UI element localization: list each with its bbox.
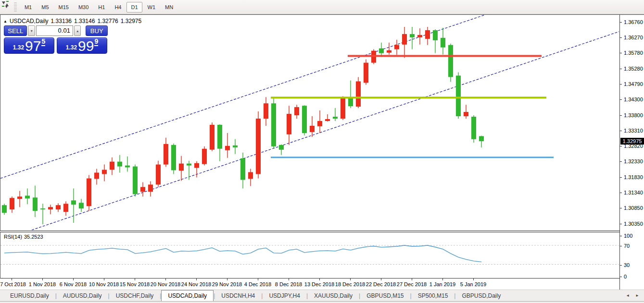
price-axis-tick (620, 161, 622, 162)
price-axis-tick (620, 146, 622, 146)
timeframe-toolbar: ▼ M1M5M15M30H1H4D1W1MN (0, 0, 644, 14)
chart-tab-gbpusd[interactable]: GBPUSD,M15 (360, 291, 410, 301)
volume-input[interactable]: 0.01 (36, 25, 73, 36)
chart-tab-usdcad[interactable]: USDCAD,Daily (161, 290, 214, 302)
date-axis-label: 13 Dec 2018 (304, 281, 334, 287)
candle-body (2, 205, 7, 213)
chart-periods-icon-glyph (0, 0, 11, 8)
chart-tab-sp500[interactable]: SP500,M15 (412, 291, 455, 301)
rsi-axis-label: 30 (624, 262, 630, 268)
tab-scroll-left-icon[interactable]: ◄ (626, 293, 630, 298)
candle-body (441, 38, 445, 48)
candle-body (56, 205, 61, 209)
price-axis-label: 1.31830 (624, 174, 643, 180)
chart-tab-gbpusd[interactable]: GBPUSD,Daily (455, 291, 507, 301)
volume-increase-button[interactable]: ▲ (74, 25, 81, 36)
chart-open-value: 1.33136 (51, 18, 72, 24)
candle-body (279, 145, 284, 150)
candle-body (294, 107, 299, 115)
date-axis-tick (381, 279, 381, 280)
sell-button[interactable]: SELL (4, 25, 27, 36)
price-axis-tick (620, 53, 622, 53)
candle-body (40, 208, 45, 209)
candle-body (410, 34, 415, 37)
timeframe-button-m5[interactable]: M5 (37, 2, 53, 12)
chart-tab-audusd[interactable]: AUDUSD,Daily (57, 291, 108, 301)
date-axis-label: 22 Dec 2018 (366, 281, 396, 287)
candle-body (17, 196, 22, 199)
timeframe-button-h1[interactable]: H1 (94, 2, 109, 12)
candle-body (256, 119, 261, 174)
candle-body (187, 164, 191, 166)
rsi-indicator-pane[interactable]: RSI(14) 35.2523 (0, 232, 619, 279)
date-axis-tick (104, 279, 104, 280)
rsi-axis-tick (620, 236, 622, 236)
candle-body (79, 203, 84, 208)
rsi-axis-label: 100 (624, 233, 632, 239)
candle-body (125, 166, 130, 168)
timeframe-button-h4[interactable]: H4 (110, 2, 126, 12)
price-axis[interactable]: 1.367601.362701.357801.352801.347901.343… (619, 14, 644, 290)
date-axis-label: 29 Nov 2018 (212, 281, 242, 287)
tab-scroll-right-icon[interactable]: ► (635, 293, 639, 298)
date-axis-label: 8 Dec 2018 (275, 281, 302, 287)
candle-body (402, 34, 407, 45)
date-axis-tick (227, 279, 227, 280)
candle-body (210, 125, 215, 150)
rsi-value: 35.2523 (24, 234, 43, 240)
chart-tab-eurusd[interactable]: EURUSD,Daily (4, 291, 55, 301)
candle-body (179, 164, 184, 171)
toolbar-grip-handle[interactable] (14, 2, 17, 12)
rsi-line (4, 245, 481, 262)
candle-body (133, 167, 138, 194)
date-axis-label: 6 Nov 2018 (60, 281, 87, 287)
candle-body (33, 197, 38, 211)
candle-body (379, 48, 384, 53)
timeframe-button-m30[interactable]: M30 (74, 2, 93, 12)
candle-body (94, 173, 99, 179)
date-axis[interactable]: 27 Oct 20181 Nov 20186 Nov 201810 Nov 20… (0, 279, 619, 290)
buy-price-quote[interactable]: 1.32 99 9 (57, 37, 107, 54)
candle-body (164, 144, 168, 165)
buy-price-main: 99 (78, 39, 94, 53)
volume-decrease-button[interactable]: ▼ (28, 25, 35, 36)
chart-tab-xauusd[interactable]: XAUUSD,Daily (308, 291, 359, 301)
buy-button[interactable]: BUY (86, 25, 108, 36)
date-axis-tick (165, 279, 166, 280)
chart-tab-usdjpy[interactable]: USDJPY,H4 (263, 291, 306, 301)
timeframe-button-d1[interactable]: D1 (126, 2, 142, 12)
candle-body (233, 145, 238, 147)
date-axis-label: 18 Dec 2018 (335, 281, 365, 287)
timeframe-button-w1[interactable]: W1 (143, 2, 160, 12)
chart-close-value: 1.32975 (121, 18, 141, 24)
price-axis-tick (620, 193, 622, 193)
timeframe-button-m1[interactable]: M1 (20, 2, 36, 12)
rsi-axis-label: 70 (624, 243, 630, 249)
price-axis-tick (620, 22, 622, 23)
date-axis-tick (12, 279, 12, 280)
price-axis-label: 1.36270 (624, 35, 643, 40)
chart-title: ▲ USDCAD,Daily 1.33136 1.33146 1.32776 1… (3, 18, 141, 24)
sell-price-quote[interactable]: 1.32 97 5 (4, 37, 54, 54)
price-axis-label: 1.30350 (624, 221, 643, 227)
trend-channel-line[interactable] (32, 32, 619, 230)
timeframe-button-m15[interactable]: M15 (54, 2, 73, 12)
candle-body (394, 45, 399, 49)
collapse-triangle-icon[interactable]: ▲ (3, 19, 7, 24)
date-axis-label: 27 Dec 2018 (397, 281, 427, 287)
chart-tabs: EURUSD,Daily|AUDUSD,Daily|USDCHF,Daily|U… (4, 290, 507, 302)
chart-tab-usdchf[interactable]: USDCHF,Daily (110, 291, 160, 301)
price-axis-label: 1.33800 (624, 112, 643, 118)
price-axis-tick (620, 115, 622, 116)
chart-tab-usdcnh[interactable]: USDCNH,H4 (215, 291, 261, 301)
candle-body (387, 50, 391, 53)
date-axis-tick (258, 279, 258, 280)
candle-body (341, 98, 345, 119)
price-axis-label: 1.31340 (624, 190, 643, 195)
candle-body (217, 125, 222, 149)
candle-body (317, 121, 322, 126)
date-axis-label: 24 Nov 2018 (181, 281, 211, 287)
candle-body (364, 63, 368, 83)
timeframe-button-mn[interactable]: MN (161, 2, 177, 12)
price-chart-pane[interactable]: ▲ USDCAD,Daily 1.33136 1.33146 1.32776 1… (0, 14, 619, 230)
